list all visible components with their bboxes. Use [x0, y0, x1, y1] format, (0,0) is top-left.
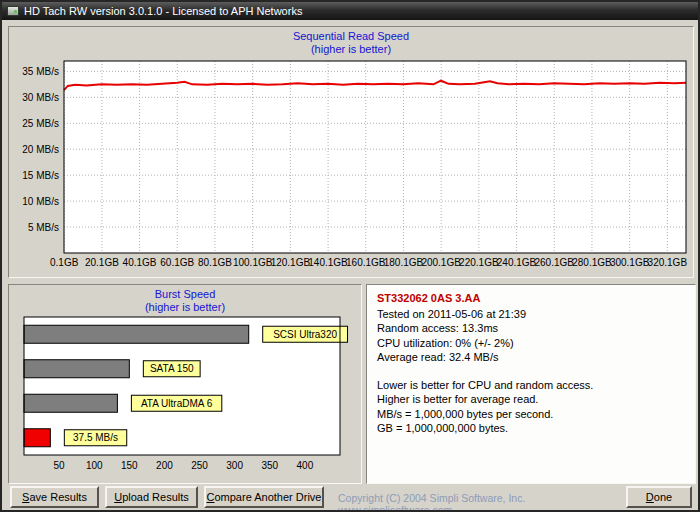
burst-speed-plot: 50100150200250300350400SCSI Ultra320SATA… — [16, 315, 356, 483]
random-access-line: Random access: 13.3ms — [377, 321, 685, 336]
svg-text:ATA UltraDMA 6: ATA UltraDMA 6 — [141, 398, 213, 409]
svg-text:60.1GB: 60.1GB — [160, 257, 194, 268]
compare-another-drive-button[interactable]: Compare Another Drive — [204, 486, 324, 508]
burst-speed-subtitle: (higher is better) — [9, 301, 361, 313]
sequential-read-panel: Sequential Read Speed (higher is better)… — [8, 26, 694, 278]
svg-text:15 MB/s: 15 MB/s — [22, 170, 59, 181]
svg-text:200: 200 — [156, 460, 173, 471]
note-line-2: Higher is better for average read. — [377, 392, 685, 407]
svg-text:35 MB/s: 35 MB/s — [22, 66, 59, 77]
svg-text:220.1GB: 220.1GB — [459, 257, 499, 268]
compare-another-drive-label: Compare Another Drive — [207, 491, 322, 503]
upload-results-label: Upload Results — [114, 491, 189, 503]
done-label: Done — [646, 491, 672, 503]
svg-text:40.1GB: 40.1GB — [123, 257, 157, 268]
done-button[interactable]: Done — [626, 486, 692, 508]
svg-text:350: 350 — [261, 460, 278, 471]
titlebar: HD Tach RW version 3.0.1.0 - Licensed to… — [2, 2, 698, 20]
svg-text:240.1GB: 240.1GB — [497, 257, 537, 268]
svg-text:300.1GB: 300.1GB — [610, 257, 650, 268]
svg-text:140.1GB: 140.1GB — [308, 257, 348, 268]
svg-text:150: 150 — [121, 460, 138, 471]
window-title: HD Tach RW version 3.0.1.0 - Licensed to… — [24, 5, 302, 17]
svg-text:100: 100 — [86, 460, 103, 471]
save-results-label: Save Results — [22, 491, 87, 503]
svg-text:80.1GB: 80.1GB — [198, 257, 232, 268]
svg-text:37.5 MB/s: 37.5 MB/s — [73, 432, 118, 443]
sequential-read-plot: 35 MB/s30 MB/s25 MB/s20 MB/s15 MB/s10 MB… — [10, 57, 692, 277]
cpu-utilization-line: CPU utilization: 0% (+/- 2%) — [377, 336, 685, 351]
svg-text:SATA 150: SATA 150 — [150, 363, 194, 374]
note-line-4: GB = 1,000,000,000 bytes. — [377, 421, 685, 436]
save-results-button[interactable]: Save Results — [10, 486, 99, 508]
upload-results-button[interactable]: Upload Results — [105, 486, 198, 508]
svg-text:0.1GB: 0.1GB — [50, 257, 79, 268]
svg-text:5 MB/s: 5 MB/s — [28, 222, 59, 233]
svg-text:280.1GB: 280.1GB — [572, 257, 612, 268]
svg-text:10 MB/s: 10 MB/s — [22, 196, 59, 207]
note-line-3: MB/s = 1,000,000 bytes per second. — [377, 407, 685, 422]
svg-text:50: 50 — [54, 460, 66, 471]
svg-text:260.1GB: 260.1GB — [535, 257, 575, 268]
svg-text:30 MB/s: 30 MB/s — [22, 92, 59, 103]
drive-info-panel: ST332062 0AS 3.AA Tested on 2011-05-06 a… — [366, 284, 696, 484]
svg-text:25 MB/s: 25 MB/s — [22, 118, 59, 129]
note-line-1: Lower is better for CPU and random acces… — [377, 378, 685, 393]
svg-text:20.1GB: 20.1GB — [85, 257, 119, 268]
burst-speed-title: Burst Speed — [9, 288, 361, 300]
svg-text:320.1GB: 320.1GB — [648, 257, 688, 268]
hd-tach-window: HD Tach RW version 3.0.1.0 - Licensed to… — [0, 0, 700, 512]
svg-text:SCSI Ultra320: SCSI Ultra320 — [273, 329, 337, 340]
svg-text:250: 250 — [191, 460, 208, 471]
copyright-text: Copyright (C) 2004 Simpli Software, Inc.… — [338, 492, 624, 512]
svg-text:100.1GB: 100.1GB — [233, 257, 273, 268]
svg-text:200.1GB: 200.1GB — [421, 257, 461, 268]
svg-text:120.1GB: 120.1GB — [271, 257, 311, 268]
svg-text:180.1GB: 180.1GB — [384, 257, 424, 268]
svg-text:400: 400 — [297, 460, 314, 471]
burst-speed-panel: Burst Speed (higher is better) 501001502… — [8, 284, 362, 484]
sequential-read-title: Sequential Read Speed — [9, 30, 693, 42]
tested-on-line: Tested on 2011-05-06 at 21:39 — [377, 307, 685, 322]
drive-model: ST332062 0AS 3.AA — [377, 291, 685, 306]
app-icon — [7, 6, 19, 16]
sequential-read-subtitle: (higher is better) — [9, 43, 693, 55]
average-read-line: Average read: 32.4 MB/s — [377, 350, 685, 365]
info-spacer — [377, 365, 685, 378]
svg-text:20 MB/s: 20 MB/s — [22, 144, 59, 155]
svg-text:300: 300 — [226, 460, 243, 471]
svg-text:160.1GB: 160.1GB — [346, 257, 386, 268]
